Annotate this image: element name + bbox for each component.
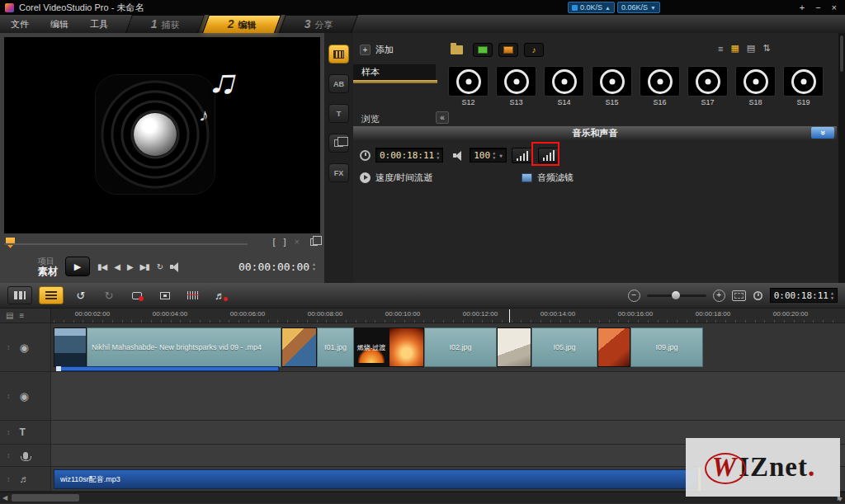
track-manager[interactable]: ▤ ≡ xyxy=(0,309,51,323)
audio-sample-item[interactable]: S18 xyxy=(734,66,777,106)
zoom-slider-thumb[interactable] xyxy=(672,291,680,299)
list-view-button[interactable]: ≡ xyxy=(718,44,723,54)
enlarge-preview-icon[interactable] xyxy=(310,238,318,246)
title-library-button[interactable]: T xyxy=(328,104,349,123)
volume-dropdown-icon[interactable]: ▼ xyxy=(499,153,503,158)
tab-share[interactable]: 3分享 xyxy=(279,15,358,33)
video-track-header[interactable]: ↕ ◉ xyxy=(0,323,51,371)
scrollbar-thumb[interactable] xyxy=(12,494,79,502)
video-clip[interactable]: Nikhil Mahashabde- New brightsparks vid … xyxy=(87,327,281,367)
clip-thumbnail[interactable] xyxy=(497,327,531,367)
folder-icon[interactable] xyxy=(451,45,463,54)
audio-sample-item[interactable]: S17 xyxy=(687,66,729,106)
preview-timecode-field[interactable]: 00:00:00:00 ▲▼ xyxy=(238,261,316,273)
photo-clip-i01[interactable]: I01.jpg xyxy=(317,327,354,367)
repeat-button[interactable]: ↻ xyxy=(157,262,163,271)
clip-thumbnail[interactable] xyxy=(54,327,87,367)
split-clip-button[interactable]: × xyxy=(295,237,300,247)
volume-stepper[interactable]: ▲▼ xyxy=(493,151,495,160)
audio-sample-item[interactable]: S16 xyxy=(639,66,681,106)
timeline-ruler[interactable]: 00:00:02:00 00:00:04:00 00:00:06:00 00:0… xyxy=(54,309,833,323)
gallery-category-sample[interactable]: 样本 xyxy=(353,64,436,80)
audio-clip[interactable]: wiz110sr配音.mp3 xyxy=(54,469,697,489)
expand-panel-button[interactable]: » xyxy=(811,127,834,139)
scrub-track[interactable] xyxy=(4,243,248,245)
clip-selection-bar[interactable] xyxy=(56,366,279,371)
instant-project-button[interactable] xyxy=(154,286,176,304)
duration-stepper[interactable]: ▲▼ xyxy=(437,151,439,160)
thumbnail-view-button[interactable]: ▦ xyxy=(730,43,739,54)
timeline-view-button[interactable] xyxy=(39,286,64,304)
media-library-button[interactable] xyxy=(328,45,349,64)
filter-library-button[interactable]: FX xyxy=(328,163,349,182)
audio-sample-item[interactable]: S19 xyxy=(782,66,824,106)
fade-in-button[interactable] xyxy=(512,148,533,163)
undo-button[interactable]: ↺ xyxy=(70,286,92,304)
scroll-left-button[interactable]: ◀ xyxy=(2,493,7,503)
clip-thumbnail[interactable] xyxy=(597,327,630,367)
project-duration-field[interactable]: 0:00:18:11 ▲▼ xyxy=(770,288,838,303)
clip-thumbnail[interactable] xyxy=(389,327,424,367)
browse-label[interactable]: 浏览 xyxy=(361,113,380,125)
clip-thumbnail[interactable] xyxy=(281,327,317,367)
music-track-header[interactable]: ↕ ♬ xyxy=(0,467,51,491)
end-button[interactable]: ▶▮ xyxy=(140,262,149,271)
photo-clip-i09[interactable]: I09.jpg xyxy=(630,327,703,367)
record-capture-button[interactable] xyxy=(126,286,148,304)
fit-project-button[interactable] xyxy=(732,290,746,301)
photo-clip-i02[interactable]: I02.jpg xyxy=(424,327,497,367)
auto-music-button[interactable]: ♬ xyxy=(210,286,232,304)
timecode-stepper[interactable]: ▲▼ xyxy=(312,262,316,271)
previous-frame-button[interactable]: ◀ xyxy=(114,262,120,271)
audio-filter-option[interactable]: 音频滤镜 xyxy=(522,172,574,184)
close-button[interactable]: × xyxy=(832,2,837,12)
track-swap-icon[interactable]: ↕ xyxy=(7,451,11,459)
storyboard-view-button[interactable] xyxy=(7,286,32,304)
window-pin-button[interactable]: + xyxy=(800,2,805,12)
duration-stepper[interactable]: ▲▼ xyxy=(831,291,833,300)
track-swap-icon[interactable]: ↕ xyxy=(7,428,11,436)
play-button[interactable]: ▶ xyxy=(65,257,90,276)
next-frame-button[interactable]: ▶ xyxy=(127,262,133,271)
audio-sample-item[interactable]: S13 xyxy=(495,66,537,106)
detail-view-button[interactable]: ▤ xyxy=(747,43,755,54)
graphic-library-button[interactable] xyxy=(328,134,349,153)
mark-in-button[interactable]: [ xyxy=(272,237,275,247)
tab-capture[interactable]: 1捕获 xyxy=(125,15,205,33)
zoom-in-button[interactable]: + xyxy=(713,290,725,302)
collapse-library-button[interactable]: « xyxy=(436,111,449,124)
clip-mode-button[interactable]: 素材 xyxy=(38,266,58,277)
menu-tools[interactable]: 工具 xyxy=(79,18,119,31)
transition-library-button[interactable]: AB xyxy=(328,74,349,93)
filter-photo-button[interactable] xyxy=(498,43,518,57)
menu-edit[interactable]: 编辑 xyxy=(40,18,79,31)
volume-field[interactable]: 100 ▲▼ ▼ xyxy=(470,148,507,163)
home-button[interactable]: ▮◀ xyxy=(97,262,106,271)
menu-file[interactable]: 文件 xyxy=(0,18,40,31)
track-swap-icon[interactable]: ↕ xyxy=(7,392,11,400)
sort-button[interactable]: ⇅ xyxy=(762,43,770,54)
add-button[interactable]: + 添加 xyxy=(360,44,394,56)
speed-timelapse-option[interactable]: 速度/时间流逝 xyxy=(360,172,432,184)
audio-sample-item[interactable]: S15 xyxy=(591,66,633,106)
tab-edit[interactable]: 2编辑 xyxy=(202,15,281,33)
track-swap-icon[interactable]: ↕ xyxy=(7,475,11,483)
sound-mixer-button[interactable] xyxy=(182,286,204,304)
timeline-playhead[interactable] xyxy=(509,309,510,323)
system-volume-button[interactable] xyxy=(170,261,182,271)
title-track-header[interactable]: ↕ T xyxy=(0,421,51,444)
voice-track-header[interactable]: ↕ xyxy=(0,445,51,466)
mark-out-button[interactable]: ] xyxy=(284,237,286,247)
duration-field[interactable]: 0:00:18:11 ▲▼ xyxy=(375,148,443,163)
redo-button[interactable]: ↻ xyxy=(98,286,120,304)
transition-clip[interactable]: 燃烧-过渡 xyxy=(354,327,389,367)
filter-audio-button[interactable]: ♪ xyxy=(524,43,544,57)
overlay-track[interactable]: ↕ ◉ xyxy=(0,372,845,421)
scrollbar-thumb[interactable] xyxy=(839,35,844,73)
zoom-out-button[interactable]: − xyxy=(628,290,640,302)
filter-video-button[interactable] xyxy=(473,43,493,57)
photo-clip-i05[interactable]: I05.jpg xyxy=(531,327,597,367)
track-swap-icon[interactable]: ↕ xyxy=(7,343,11,351)
audio-sample-item[interactable]: S14 xyxy=(543,66,585,106)
zoom-slider[interactable] xyxy=(647,294,706,297)
